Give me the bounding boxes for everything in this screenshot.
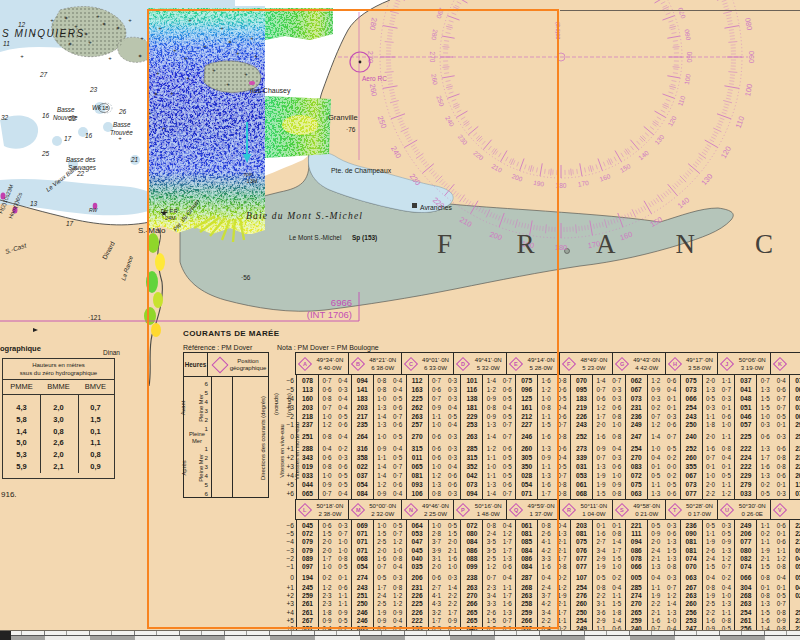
direction-value: 183: [571, 395, 592, 404]
direction-value: 225: [735, 433, 756, 442]
speed-values: 0·10·1: [593, 522, 625, 530]
tidal-diamond-icon: G: [615, 356, 629, 370]
map-label: 23: [89, 86, 98, 93]
direction-value: 070: [681, 563, 702, 571]
speed-values: 0·90·4: [593, 445, 625, 454]
speed-values: 0·70·3: [593, 454, 625, 463]
rock-star-symbol: ✶: [64, 15, 69, 21]
direction-value: 256: [681, 609, 702, 617]
heights-value: 5,9: [3, 462, 40, 474]
map-label: 22: [76, 170, 85, 177]
heights-value: 1,4: [3, 427, 40, 439]
direction-value: 075: [681, 377, 702, 386]
heights-value: 5,8: [3, 415, 40, 427]
tide-heights-table: Hauteurs en mètresssus du zéro hydrograp…: [2, 358, 115, 479]
nautical-chart-view: +++++++++++++++++++++++++++✶✶✶✶✶✶✶✶ 0600…: [0, 0, 800, 640]
direction-value: 253: [681, 617, 702, 625]
direction-value: 052: [790, 574, 800, 582]
direction-value: 053: [571, 472, 592, 481]
station-header: S 49°58'·0N0 21·0W: [612, 499, 666, 520]
speed-values: 1·90·9: [593, 481, 625, 490]
speed-values: 2·21·1: [703, 609, 735, 617]
direction-value: 221: [626, 522, 647, 530]
speed-values: 0·60·3: [593, 395, 625, 404]
rock-plus-symbol: +: [96, 13, 100, 19]
speed-values: 1·50·7: [757, 395, 789, 404]
direction-value: 074: [735, 563, 756, 571]
station-header: U 50°30'·0N0 26·0E: [717, 499, 771, 520]
speed-values: 1·10·5: [648, 481, 680, 490]
direction-value: 067: [681, 472, 702, 481]
direction-value: 250: [681, 421, 702, 430]
speed-values: 1·50·8: [757, 609, 789, 617]
speed-values: 0·10·1: [703, 463, 735, 472]
selection-rectangle[interactable]: [147, 9, 559, 629]
direction-value: 111: [626, 530, 647, 538]
direction-value: 096: [790, 547, 800, 555]
speed-values: 1·70·8: [757, 454, 789, 463]
speed-values: 0·30·1: [757, 421, 789, 430]
heights-col-header: BMVE: [77, 380, 114, 394]
direction-value: 037: [735, 377, 756, 386]
direction-value: 041: [735, 386, 756, 395]
direction-value: 203: [571, 522, 592, 530]
direction-value: 226: [571, 413, 592, 422]
station-header: H 49°17'·0N3 58·0W: [665, 352, 719, 375]
speed-values: 0·60·3: [757, 433, 789, 442]
compass-bearing-label: 140: [676, 195, 691, 210]
direction-value: 268: [735, 592, 756, 600]
direction-value: 243: [681, 413, 702, 422]
speed-values: 3·61·8: [593, 609, 625, 617]
compass-bearing-label: 080: [743, 17, 754, 31]
speed-values: 1·91·0: [703, 592, 735, 600]
speed-values: 1·00·5: [648, 445, 680, 454]
direction-value: 230: [790, 454, 800, 463]
station-header: R 50°11'·0N1 04·0W: [559, 499, 613, 520]
map-label: 13: [30, 200, 38, 207]
direction-value: 077: [571, 563, 592, 571]
heights-table-title-fragment: ographique: [0, 344, 41, 353]
speed-values: 1·91·0: [593, 563, 625, 571]
direction-value: 260: [681, 454, 702, 463]
rock-star-symbol: ✶: [68, 41, 73, 47]
direction-value: 070: [571, 377, 592, 386]
speed-values: 1·50·8: [593, 490, 625, 499]
map-label: 32: [1, 114, 9, 121]
direction-value: 263: [735, 600, 756, 608]
heights-value: 2,6: [40, 438, 77, 450]
direction-value: 260: [681, 600, 702, 608]
speed-values: 2·21·2: [703, 490, 735, 499]
heights-value: 0,9: [77, 462, 114, 474]
speed-values: 0·50·3: [703, 395, 735, 404]
speed-values: 2·01·1: [703, 433, 735, 442]
direction-value: 219: [571, 404, 592, 413]
speed-values: 1·10·7: [648, 584, 680, 592]
speed-values: 0·30·1: [703, 404, 735, 413]
direction-value: 048: [735, 395, 756, 404]
direction-value: 229: [735, 472, 756, 481]
direction-value: 081: [571, 530, 592, 538]
direction-value: 074: [790, 490, 800, 499]
direction-value: 221: [790, 463, 800, 472]
map-label: ·121: [88, 314, 101, 321]
speed-values: 0·90·4: [648, 386, 680, 395]
speed-values: 1·50·7: [757, 404, 789, 413]
compass-bearing-label: 150: [619, 162, 632, 174]
direction-value: 094: [626, 538, 647, 546]
speed-values: 2·41·5: [648, 547, 680, 555]
speed-values: 2·91·4: [593, 617, 625, 625]
direction-value: 050: [790, 395, 800, 404]
speed-values: 0·50·3: [648, 522, 680, 530]
speed-values: 1·90·9: [703, 538, 735, 546]
speed-values: 1·91·1: [757, 547, 789, 555]
direction-value: 279: [735, 481, 756, 490]
direction-value: 263: [681, 592, 702, 600]
map-label: Wk: [92, 104, 102, 111]
speed-values: 1·10·5: [703, 530, 735, 538]
speed-values: 0·50·3: [703, 522, 735, 530]
direction-value: 218: [790, 538, 800, 546]
direction-value: 249: [626, 421, 647, 430]
scale-bar: [0, 630, 800, 640]
direction-value: 081: [681, 538, 702, 546]
speed-values: 2·11·3: [648, 609, 680, 617]
